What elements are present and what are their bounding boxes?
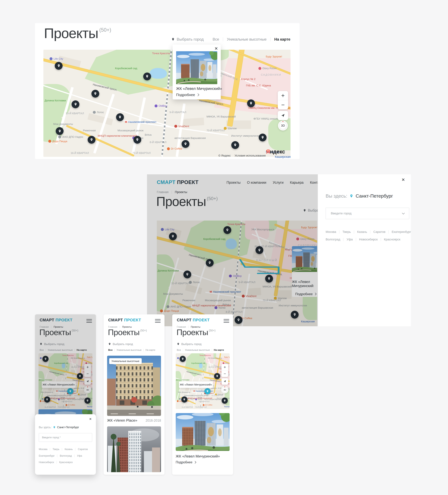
city-link[interactable]: Новосибирск [39,461,54,464]
projects-count: (50+) [140,329,147,332]
map-label: автостанция Варшавская [174,137,206,140]
close-icon[interactable]: ✕ [215,46,218,51]
map-pin[interactable] [259,134,267,141]
city-link[interactable]: Волгоград [60,454,72,457]
divider [56,461,57,464]
city-search-input[interactable] [326,208,409,219]
zoom-out-button[interactable]: − [278,100,288,109]
project-title[interactable]: ЖК «Левел Мичуринский» [176,454,220,458]
divider [75,448,75,451]
map-label: 16-Й КВАРТАЛ [70,151,89,155]
map-pin[interactable] [91,90,99,97]
choose-city-button[interactable]: Выбрать город [171,37,204,41]
filter-option[interactable]: Уникальные высотные [227,37,267,41]
city-link[interactable]: Красноярск [59,461,73,464]
map-label: Долина Котловки [176,379,190,381]
mobile-map-view: СМАРТПРОЕКТ ГлавнаяПроекты Проекты(50+) … [172,314,233,475]
city-link[interactable]: Саратов [373,230,385,234]
close-icon[interactable]: ✕ [402,178,405,182]
filter-option[interactable]: Все [213,37,219,41]
filter-option[interactable]: Уникальные высотные [185,349,210,351]
city-link[interactable]: Тверь [53,448,59,451]
desktop-city-modal-view: СМАРТПРОЕКТ ПроектыО компанииУслугиКарье… [147,174,411,326]
map-pin[interactable] [182,140,190,148]
city-link[interactable]: Уфа [77,454,82,457]
map-project-tooltip[interactable]: ЖК «Левел Мичуринский» [179,381,213,388]
yandex-logo[interactable]: Яндекс [266,149,285,155]
city-search-input[interactable] [39,433,92,442]
filter-active[interactable]: На карте [274,37,290,41]
map-attribution: © Яндекс Условия использования [218,154,266,157]
project-card[interactable]: Уникальные высотные [107,356,161,416]
map-pin[interactable] [181,397,188,403]
city-link[interactable]: Екатеринбург [392,230,411,234]
brand-logo[interactable]: СМАРТПРОЕКТ [108,318,141,322]
filter-active[interactable]: Все [108,349,113,351]
map-pin[interactable] [231,141,239,149]
3d-mode-button[interactable]: 3D [221,386,229,393]
design-canvas: Проекты(50+) Выбрать город ВсеУникальные… [0,0,448,495]
choose-city-button[interactable]: Выбрать город [108,342,133,346]
poi-icon [215,394,217,395]
map-pin[interactable] [56,127,64,135]
project-card[interactable] [176,413,230,451]
map-label: Москворецкий рынок [192,395,208,397]
city-link[interactable]: Красноярск [384,238,400,241]
filter-active[interactable]: На карте [214,349,224,351]
filter-option[interactable]: Все [177,349,181,351]
map-pin[interactable] [55,62,63,70]
choose-city-button[interactable]: Выбрать город [177,342,202,346]
map-pin[interactable] [143,72,151,80]
zoom-in-button[interactable]: + [278,91,288,100]
map-pin-active[interactable] [204,388,211,394]
city-link[interactable]: Казань [357,230,367,234]
project-card[interactable] [107,426,161,472]
menu-icon[interactable] [224,319,229,323]
location-pin-icon [177,343,180,345]
map-label: Шалом [215,394,223,396]
city-link[interactable]: Казань [65,448,73,451]
city-link[interactable]: Саратов [78,448,88,451]
filter-option[interactable]: Уникальные высотные [116,349,142,351]
map-label: МНахимовский проспект [125,120,156,124]
current-city: Санкт-Петербург [356,193,393,199]
city-link[interactable]: Тверь [342,230,351,234]
map-pin[interactable] [180,356,186,362]
geolocate-button[interactable] [221,378,228,385]
close-icon[interactable]: ✕ [89,418,92,421]
project-more-link[interactable]: Подробнее [176,460,196,464]
3d-mode-button[interactable]: 3D [278,121,288,131]
map-terms-link[interactable]: Условия использования [235,154,266,157]
map-pin[interactable] [116,113,124,121]
project-title[interactable]: ЖК «Veren Place» [107,418,137,423]
map-label: 73-Й КВАРТАЛ [132,151,151,155]
zoom-out-button[interactable]: − [221,371,228,377]
map-pin[interactable] [247,99,255,107]
menu-icon[interactable] [155,319,161,323]
map-pin[interactable] [88,136,95,144]
map-label: Life City [50,57,63,60]
filter-option[interactable]: На карте [146,349,155,351]
city-links-row: МоскваТверьКазаньСаратовЕкатеринбург [326,230,411,234]
city-link[interactable]: Новосибирск [359,238,378,241]
project-more-link[interactable]: Подробнее [176,93,199,97]
map-pin[interactable] [222,398,228,404]
geolocate-button[interactable] [278,111,288,120]
city-link[interactable]: Уфа [347,238,353,241]
map-label: САДОВНИКИ [261,73,281,76]
zoom-in-button[interactable]: + [221,364,228,370]
brand-logo[interactable]: СМАРТПРОЕКТ [177,318,210,322]
map-canvas[interactable]: Life CityТочка КрасотыУКК МосгортрансаКо… [176,353,230,409]
map-pin[interactable] [134,136,141,144]
map-pin[interactable] [71,100,79,108]
map-label: МФЮА, УК Варшавский [206,115,236,118]
city-link[interactable]: Волгоград [326,238,340,241]
chevron-right-icon [194,461,196,464]
city-link[interactable]: Москва [39,448,47,451]
map-canvas[interactable]: Life CityТочка КрасотыУКК МосгортрансаКо… [43,50,290,157]
city-link[interactable]: Москва [326,230,336,234]
project-image[interactable] [176,51,217,84]
map-label: 8-Й КВАРТАЛ [150,141,166,144]
city-link[interactable]: Екатеринбург [39,454,54,457]
map-pin[interactable] [214,373,220,379]
